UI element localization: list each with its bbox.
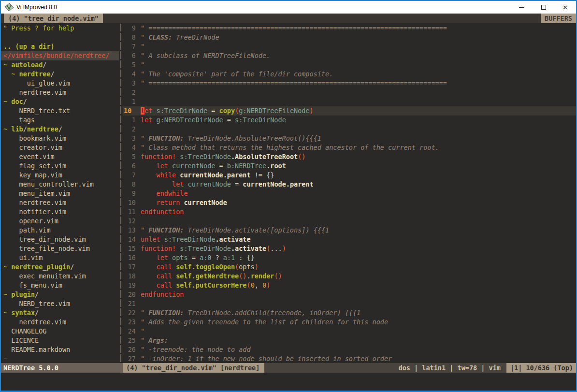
code-line[interactable]: 25" Args: [123,336,576,345]
syntax-segment: ( [235,263,239,271]
tree-item[interactable]: ~ nerdtree/ [1,70,119,79]
code-line[interactable]: 4" Class method that returns the highest… [123,143,576,152]
code-line[interactable]: 6" A subclass of NERDTreeFileNode. [123,51,576,60]
code-line[interactable]: 17 call self.toggleOpen(opts) [123,262,576,272]
code-line[interactable]: 23" Adds the given treenode to the list … [123,318,576,327]
code-text: " [141,42,576,51]
tree-item[interactable]: exec_menuitem.vim [1,272,119,281]
tree-item[interactable]: ~ lib/nerdtree/ [1,125,119,134]
syntax-segment: plugin [11,290,35,298]
tree-item[interactable]: key_map.vim [1,171,119,180]
code-line[interactable]: 18 call self.getNerdtree().render() [123,272,576,281]
tree-root-node[interactable]: </vimfiles/bundle/nerdtree/ [1,51,119,60]
tree-item[interactable]: nerdtree.vim [1,88,119,97]
close-button[interactable]: ✕ [554,1,576,14]
code-line[interactable]: 16 let opts = a:0 ? a:1 : {} [123,253,576,262]
tree-item[interactable]: ~ plugin/ [1,290,119,299]
tree-item[interactable]: LICENCE [1,336,119,345]
tab-active-buffer[interactable]: (4) "tree_dir_node.vim" [4,14,103,23]
nerdtree-pane[interactable]: " Press ? for help.. (up a dir)</vimfile… [1,24,119,363]
tree-item[interactable]: event.vim [1,152,119,161]
syntax-segment: currentNode [184,199,227,206]
tree-item[interactable]: ui_glue.vim [1,79,119,88]
code-line[interactable]: 9" =====================================… [123,24,576,33]
tree-item[interactable]: path.vim [1,226,119,235]
code-line[interactable]: 26" -treenode: the node to add [123,345,576,354]
syntax-segment: syntax [11,309,35,317]
code-line[interactable]: 20endfunction [123,290,576,299]
tree-item[interactable]: tree_dir_node.vim [1,235,119,244]
code-line[interactable]: 2 [123,88,576,97]
code-line[interactable]: 6 let currentNode = b:NERDTree.root [123,161,576,171]
tree-item[interactable]: creator.vim [1,143,119,152]
code-line[interactable]: 1let g:NERDTreeDirNode = s:TreeDirNode [123,116,576,125]
code-line[interactable]: 15function! s:TreeDirNode.activate(...) [123,244,576,253]
syntax-segment: call [157,281,173,289]
code-line[interactable]: 12 [123,217,576,226]
code-line[interactable]: 5" [123,60,576,70]
code-line[interactable]: 4" The 'composite' part of the file/dir … [123,70,576,79]
tree-item[interactable]: tags [1,116,119,125]
code-line[interactable]: 7 while currentNode.parent != {} [123,171,576,180]
code-line[interactable]: 2 [123,125,576,134]
syntax-segment: " [141,33,148,41]
tree-item[interactable]: bookmark.vim [1,134,119,143]
code-line[interactable]: 10 return currentNode [123,198,576,207]
code-line[interactable]: 22" FUNCTION: TreeDirNode.addChild(treen… [123,308,576,318]
tree-item[interactable]: fs_menu.vim [1,281,119,290]
code-text: " FUNCTION: TreeDirNode.AbsoluteTreeRoot… [141,134,576,143]
tree-item[interactable]: ~ nerdtree_plugin/ [1,262,119,272]
code-line[interactable]: 13" FUNCTION: TreeDirNode.activate([opti… [123,226,576,235]
tree-item[interactable]: menu_controller.vim [1,180,119,189]
statusline-filename: (4) "tree_dir_node.vim" [nerdtree] [123,363,264,373]
tree-item[interactable]: CHANGELOG [1,327,119,336]
code-line[interactable]: 8" CLASS: TreeDirNode [123,33,576,42]
tree-item[interactable]: " Press ? for help [1,24,119,33]
code-line[interactable]: 21 [123,299,576,308]
tree-item[interactable]: NERD_tree.txt [1,106,119,116]
code-line-current[interactable]: 10let s:TreeDirNode = copy(g:NERDTreeFil… [123,106,576,116]
syntax-segment: currentNode.parent [243,180,313,188]
minimize-button[interactable] [511,1,533,14]
code-line[interactable]: 5function! s:TreeDirNode.AbsoluteTreeRoo… [123,152,576,161]
tree-item[interactable]: nerdtree.vim [1,198,119,207]
code-line[interactable]: 14unlet s:TreeDirNode.activate [123,235,576,244]
code-line[interactable]: 24" [123,327,576,336]
code-line[interactable]: 9 endwhile [123,189,576,198]
editor-pane[interactable]: 9" =====================================… [123,24,576,363]
tree-item[interactable]: opener.vim [1,217,119,226]
tree-item[interactable]: .. (up a dir) [1,42,119,51]
syntax-segment: call [157,272,173,280]
tree-item[interactable]: tree_file_node.vim [1,244,119,253]
tree-item[interactable]: README.markdown [1,345,119,354]
tree-item[interactable]: nerdtree.vim [1,318,119,327]
code-line[interactable]: 8 let currentNode = currentNode.parent [123,180,576,189]
code-text [141,299,576,308]
tree-item[interactable]: ui.vim [1,253,119,262]
tree-item[interactable]: ~ syntax/ [1,308,119,318]
window-separator[interactable] [119,24,123,363]
tree-item[interactable]: ~ autoload/ [1,60,119,70]
line-number: 22 [123,308,136,318]
line-number: 7 [123,171,136,180]
line-number: 12 [123,217,136,226]
code-line[interactable]: 19 call self.putCursorHere(0, 0) [123,281,576,290]
code-line[interactable]: 1 [123,97,576,106]
tree-item[interactable]: notifier.vim [1,207,119,217]
tree-item[interactable]: ~ [1,354,119,363]
tree-item[interactable]: ~ doc/ [1,97,119,106]
tree-item[interactable]: menu_item.vim [1,189,119,198]
code-text: return currentNode [141,198,576,207]
code-line[interactable]: 3" FUNCTION: TreeDirNode.AbsoluteTreeRoo… [123,134,576,143]
line-number: 8 [123,33,136,42]
syntax-segment: let [141,116,152,124]
tree-item[interactable]: flag_set.vim [1,161,119,171]
code-line[interactable]: 7" [123,42,576,51]
code-line[interactable]: 11endfunction [123,207,576,217]
code-line[interactable]: 27" -inOrder: 1 if the new node should b… [123,354,576,363]
tree-item[interactable]: NERD_tree.vim [1,299,119,308]
line-number: 24 [123,327,136,336]
maximize-button[interactable] [533,1,554,14]
code-line[interactable]: 3" =====================================… [123,79,576,88]
syntax-segment: FUNCTION: [148,226,184,234]
